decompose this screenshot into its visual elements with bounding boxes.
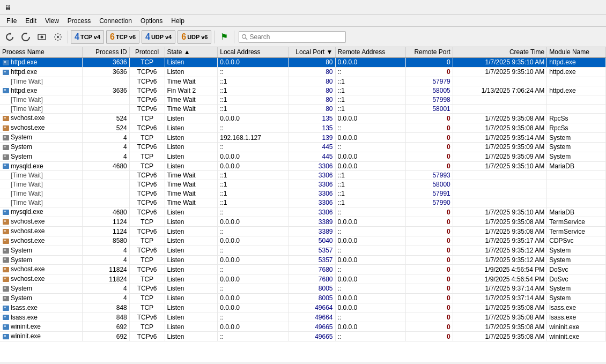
cell-local-address: :: bbox=[218, 265, 289, 274]
table-row[interactable]: System4TCPv6Listen::445::01/7/2025 9:35:… bbox=[0, 142, 606, 152]
cell-module-name: RpcSs bbox=[547, 123, 606, 133]
col-state[interactable]: State ▲ bbox=[165, 47, 218, 57]
cell-create-time: 1/7/2025 9:35:10 AM bbox=[453, 57, 546, 67]
menu-item-process[interactable]: Process bbox=[63, 16, 95, 26]
cell-remote-port: 57990 bbox=[406, 198, 453, 207]
table-row[interactable]: httpd.exe3636TCPv6Fin Wait 2::180::15800… bbox=[0, 86, 606, 95]
table-row[interactable]: [Time Wait]TCPv6Time Wait::13306::157993 bbox=[0, 171, 606, 180]
svg-point-2 bbox=[57, 36, 59, 38]
cell-state: Listen bbox=[165, 303, 218, 313]
table-row[interactable]: svchost.exe11824TCPListen0.0.0.076800.0.… bbox=[0, 274, 606, 284]
cell-local-address: 0.0.0.0 bbox=[218, 255, 289, 265]
cell-module-name bbox=[547, 105, 606, 114]
cell-remote-port: 0 bbox=[406, 313, 453, 322]
table-row[interactable]: svchost.exe524TCPv6Listen::135::01/7/202… bbox=[0, 123, 606, 133]
table-row[interactable]: System4TCPListen0.0.0.04450.0.0.001/7/20… bbox=[0, 152, 606, 161]
table-row[interactable]: System4TCPv6Listen::8005::01/7/2025 9:37… bbox=[0, 284, 606, 294]
table-row[interactable]: System4TCPListen0.0.0.080050.0.0.001/7/2… bbox=[0, 293, 606, 303]
table-row[interactable]: svchost.exe8580TCPListen0.0.0.050400.0.0… bbox=[0, 236, 606, 246]
cell-pid: 848 bbox=[83, 313, 130, 322]
svg-rect-44 bbox=[4, 307, 6, 308]
cell-state: Listen bbox=[165, 293, 218, 303]
cell-process: [Time Wait] bbox=[0, 180, 83, 189]
table-row[interactable]: System4TCPv6Listen::5357::01/7/2025 9:35… bbox=[0, 246, 606, 255]
cell-protocol: TCP bbox=[129, 57, 165, 67]
cell-state: Listen bbox=[165, 207, 218, 217]
table-row[interactable]: svchost.exe1124TCPListen0.0.0.033890.0.0… bbox=[0, 217, 606, 227]
cell-local-port: 49665 bbox=[288, 322, 335, 332]
process-icon bbox=[2, 304, 11, 311]
process-icon bbox=[2, 162, 11, 170]
menu-item-edit[interactable]: Edit bbox=[21, 16, 41, 26]
table-row[interactable]: [Time Wait]TCPv6Time Wait::13306::157991 bbox=[0, 189, 606, 198]
table-row[interactable]: [Time Wait]TCPv6Time Wait::180::157998 bbox=[0, 95, 606, 105]
screenshot-button[interactable] bbox=[34, 29, 49, 44]
col-local-address[interactable]: Local Address bbox=[218, 47, 289, 57]
process-icon bbox=[2, 208, 11, 216]
table-row[interactable]: System4TCPListen0.0.0.053570.0.0.001/7/2… bbox=[0, 255, 606, 265]
cell-local-port: 80 bbox=[288, 57, 335, 67]
cell-state: Listen bbox=[165, 114, 218, 123]
svg-rect-48 bbox=[4, 325, 6, 327]
table-row[interactable]: svchost.exe1124TCPv6Listen::3389::01/7/2… bbox=[0, 227, 606, 236]
cell-module-name: System bbox=[547, 284, 606, 294]
col-remote-address[interactable]: Remote Address bbox=[335, 47, 406, 57]
col-protocol[interactable]: Protocol bbox=[129, 47, 165, 57]
cell-create-time: 1/7/2025 9:35:08 AM bbox=[453, 313, 546, 322]
cell-remote-port: 0 bbox=[406, 142, 453, 152]
menu-item-options[interactable]: Options bbox=[136, 16, 167, 26]
auto-refresh-button[interactable] bbox=[18, 29, 33, 44]
col-remote-port[interactable]: Remote Port bbox=[406, 47, 453, 57]
tcpv4-button[interactable]: 4 TCP v4 bbox=[71, 30, 104, 44]
process-icon bbox=[2, 323, 11, 330]
col-local-port[interactable]: Local Port ▼ bbox=[288, 47, 335, 57]
menu-item-connection[interactable]: Connection bbox=[95, 16, 136, 26]
table-row[interactable]: mysqld.exe4680TCPv6Listen::3306::01/7/20… bbox=[0, 207, 606, 217]
table-row[interactable]: [Time Wait]TCPv6Time Wait::180::157979 bbox=[0, 77, 606, 86]
cell-local-port: 8005 bbox=[288, 284, 335, 294]
table-row[interactable]: mysqld.exe4680TCPListen0.0.0.033060.0.0.… bbox=[0, 161, 606, 171]
cell-pid: 3636 bbox=[83, 57, 130, 67]
svg-point-3 bbox=[242, 34, 246, 38]
table-row[interactable]: httpd.exe3636TCPv6Listen::80::01/7/2025 … bbox=[0, 67, 606, 77]
cell-remote-address: :: bbox=[335, 246, 406, 255]
svg-rect-14 bbox=[4, 127, 6, 128]
menubar: FileEditViewProcessConnectionOptionsHelp bbox=[0, 15, 606, 27]
udpv4-button[interactable]: 4 UDP v4 bbox=[142, 30, 175, 44]
udpv6-button[interactable]: 6 UDP v6 bbox=[178, 30, 211, 44]
cell-protocol: TCPv6 bbox=[129, 105, 165, 114]
table-row[interactable]: httpd.exe3636TCPListen0.0.0.0800.0.0.001… bbox=[0, 57, 606, 67]
col-create-time[interactable]: Create Time bbox=[453, 47, 546, 57]
table-row[interactable]: [Time Wait]TCPv6Time Wait::13306::158000 bbox=[0, 180, 606, 189]
col-module-name[interactable]: Module Name bbox=[547, 47, 606, 57]
table-row[interactable]: [Time Wait]TCPv6Time Wait::13306::157990 bbox=[0, 198, 606, 207]
refresh-button[interactable] bbox=[2, 29, 17, 44]
menu-item-view[interactable]: View bbox=[41, 16, 63, 26]
col-process-id[interactable]: Process ID bbox=[83, 47, 130, 57]
menu-item-help[interactable]: Help bbox=[167, 16, 189, 26]
cell-process: [Time Wait] bbox=[0, 77, 83, 86]
options-button[interactable] bbox=[50, 29, 65, 44]
flag-button[interactable]: ⚑ bbox=[217, 29, 232, 44]
table-row[interactable]: lsass.exe848TCPListen0.0.0.0496640.0.0.0… bbox=[0, 303, 606, 313]
search-input[interactable] bbox=[249, 33, 343, 41]
table-row[interactable]: svchost.exe11824TCPv6Listen::7680::01/9/… bbox=[0, 265, 606, 274]
cell-pid: 11824 bbox=[83, 265, 130, 274]
cell-remote-address: 0.0.0.0 bbox=[335, 133, 406, 143]
table-row[interactable]: wininit.exe692TCPv6Listen::49665::01/7/2… bbox=[0, 332, 606, 341]
cell-remote-address: 0.0.0.0 bbox=[335, 217, 406, 227]
table-row[interactable]: System4TCPListen192.168.1.1271390.0.0.00… bbox=[0, 133, 606, 143]
cell-module-name: System bbox=[547, 255, 606, 265]
table-row[interactable]: svchost.exe524TCPListen0.0.0.01350.0.0.0… bbox=[0, 114, 606, 123]
options-icon bbox=[54, 33, 62, 41]
cell-remote-address: :: bbox=[335, 227, 406, 236]
table-row[interactable]: wininit.exe692TCPListen0.0.0.0496650.0.0… bbox=[0, 322, 606, 332]
table-row[interactable]: lsass.exe848TCPv6Listen::49664::01/7/202… bbox=[0, 313, 606, 322]
cell-module-name: httpd.exe bbox=[547, 86, 606, 95]
table-body: httpd.exe3636TCPListen0.0.0.0800.0.0.001… bbox=[0, 57, 606, 341]
table-row[interactable]: [Time Wait]TCPv6Time Wait::180::158001 bbox=[0, 105, 606, 114]
tcpv6-button[interactable]: 6 TCP v6 bbox=[106, 30, 139, 44]
cell-create-time bbox=[453, 95, 546, 105]
menu-item-file[interactable]: File bbox=[2, 16, 21, 26]
col-process-name[interactable]: Process Name bbox=[0, 47, 83, 57]
